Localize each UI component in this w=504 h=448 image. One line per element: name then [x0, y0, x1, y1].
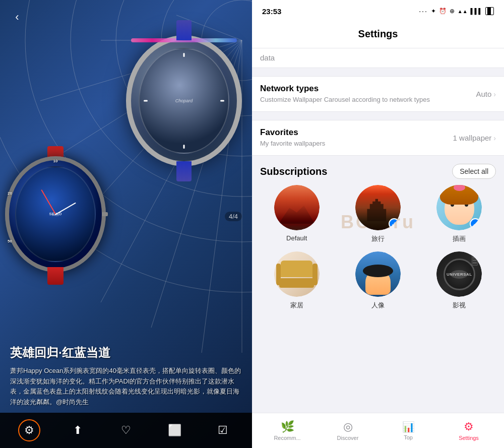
subscription-item-portrait[interactable]: 人像: [341, 251, 414, 310]
wifi-icon: ▲▲: [458, 9, 468, 14]
favorites-item[interactable]: Favorites My favorite wallpapers 1 wallp…: [252, 120, 504, 155]
nav-item-recommend[interactable]: 🌿 Recomm...: [257, 420, 318, 441]
top-icon: 📊: [402, 421, 415, 433]
battery-icon: ▊: [485, 7, 494, 15]
settings-title: Settings: [252, 28, 504, 40]
nav-label-discover: Discover: [337, 435, 359, 441]
signal-bars-icon: ▌▌▌: [471, 8, 482, 14]
nav-item-settings[interactable]: ⚙ Settings: [438, 420, 499, 441]
status-time: 23:53: [262, 7, 281, 16]
favorites-title: Favorites: [260, 127, 453, 138]
subscription-name-portrait: 人像: [371, 301, 385, 310]
subscription-item-movie[interactable]: UNIVERSAL 影视: [423, 251, 496, 310]
copy-icon: ⬜: [168, 424, 181, 437]
subscription-name-default: Default: [286, 234, 307, 242]
favorites-desc: My favorite wallpapers: [260, 139, 453, 148]
search-text: data: [260, 53, 275, 62]
page-indicator: 4/4: [225, 212, 242, 221]
check-icon: ☑: [218, 424, 228, 437]
subscription-name-travel: 旅行: [371, 234, 385, 243]
subscription-name-illustration: 插画: [453, 234, 466, 243]
chevron-right-icon: ›: [493, 90, 496, 98]
subscriptions-title: Subscriptions: [260, 166, 327, 177]
recommend-icon: 🌿: [281, 420, 294, 433]
favorites-content: Favorites My favorite wallpapers: [260, 127, 453, 148]
subscription-grid: Default ✓ 旅行: [252, 185, 504, 318]
chopard-watch: Chopard: [126, 35, 242, 166]
network-types-title: Network types: [260, 84, 476, 94]
nav-label-top: Top: [404, 434, 413, 440]
favorites-value-text: 1 wallpaper: [453, 134, 492, 142]
network-types-value-text: Auto: [476, 90, 491, 98]
back-icon: ‹: [15, 11, 19, 24]
favorites-chevron-icon: ›: [493, 134, 496, 142]
alarm-icon: ⏰: [439, 8, 447, 15]
content-overlay: 英雄回归·红蓝当道 萧邦Happy Ocean系列腕表宽阔的40毫米直径表壳，搭…: [10, 345, 242, 408]
nav-settings-icon: ⚙: [464, 420, 474, 433]
subscription-item-travel[interactable]: ✓ 旅行: [341, 185, 414, 243]
network-types-group: Network types Customize Wallpaper Carous…: [252, 76, 504, 112]
settings-button[interactable]: ⚙: [18, 419, 40, 441]
favorites-value: 1 wallpaper ›: [453, 134, 496, 142]
subscription-name-movie: 影视: [453, 301, 466, 310]
subscriptions-section: Subscriptions Select all BOX.ru Default: [252, 156, 504, 318]
share-icon: ⬆: [73, 424, 82, 437]
subscription-avatar-portrait: [355, 251, 401, 297]
left-panel: Chopard SEIKO PADI: [0, 0, 252, 448]
search-section[interactable]: data: [252, 48, 504, 68]
favorite-button[interactable]: ♡: [115, 419, 137, 441]
subscription-avatar-furniture: [274, 251, 320, 297]
heart-icon: ♡: [121, 424, 131, 437]
location-icon: ⊕: [450, 8, 455, 15]
copy-button[interactable]: ⬜: [163, 419, 185, 441]
subscription-avatar-movie: UNIVERSAL: [436, 251, 482, 297]
seiko-watch: SEIKO PADI 10 20 50: [5, 156, 106, 272]
subscription-avatar-travel: ✓: [355, 185, 401, 230]
share-button[interactable]: ⬆: [67, 419, 89, 441]
subscription-item-furniture[interactable]: 家居: [260, 251, 333, 310]
subscription-item-default[interactable]: Default: [260, 185, 333, 243]
settings-icon: ⚙: [24, 424, 34, 437]
bluetooth-icon: ✦: [431, 8, 436, 15]
nav-item-discover[interactable]: ◎ Discover: [318, 420, 378, 441]
network-types-desc: Customize Wallpaper Carousel according t…: [260, 95, 476, 104]
discover-icon: ◎: [343, 420, 353, 433]
subscription-avatar-default: [274, 185, 320, 230]
content-description: 萧邦Happy Ocean系列腕表宽阔的40毫米直径表壳，搭配单向旋转表圈、颜色…: [10, 366, 242, 408]
subscriptions-header: Subscriptions Select all: [252, 156, 504, 185]
settings-content: data Network types Customize Wallpaper C…: [252, 48, 504, 413]
select-all-button[interactable]: Select all: [452, 164, 496, 179]
subscription-check-illustration: ✓: [470, 218, 481, 229]
favorites-group: Favorites My favorite wallpapers 1 wallp…: [252, 120, 504, 156]
network-types-item[interactable]: Network types Customize Wallpaper Carous…: [252, 77, 504, 111]
nav-label-settings: Settings: [459, 435, 479, 441]
back-button[interactable]: ‹: [8, 8, 26, 26]
bottom-nav: 🌿 Recomm... ◎ Discover 📊 Top ⚙ Settings: [252, 413, 504, 448]
status-bar: 23:53 ··· ✦ ⏰ ⊕ ▲▲ ▌▌▌ ▊: [252, 0, 504, 22]
content-title: 英雄回归·红蓝当道: [10, 345, 242, 361]
nav-item-top[interactable]: 📊 Top: [378, 421, 438, 440]
right-panel: 23:53 ··· ✦ ⏰ ⊕ ▲▲ ▌▌▌ ▊ Settings data N…: [252, 0, 504, 448]
subscription-name-furniture: 家居: [290, 301, 303, 310]
status-icons: ··· ✦ ⏰ ⊕ ▲▲ ▌▌▌ ▊: [419, 7, 494, 15]
subscription-avatar-illustration: ✓: [436, 185, 482, 230]
subscription-item-illustration[interactable]: ✓ 插画: [423, 185, 496, 243]
check-button[interactable]: ☑: [212, 419, 234, 441]
signal-dots-icon: ···: [419, 7, 428, 15]
network-types-content: Network types Customize Wallpaper Carous…: [260, 84, 476, 104]
subscription-check-travel: ✓: [389, 218, 400, 229]
settings-header: Settings: [252, 22, 504, 48]
left-toolbar: ⚙ ⬆ ♡ ⬜ ☑: [0, 413, 252, 448]
nav-label-recommend: Recomm...: [274, 435, 300, 441]
network-types-value: Auto ›: [476, 90, 496, 98]
